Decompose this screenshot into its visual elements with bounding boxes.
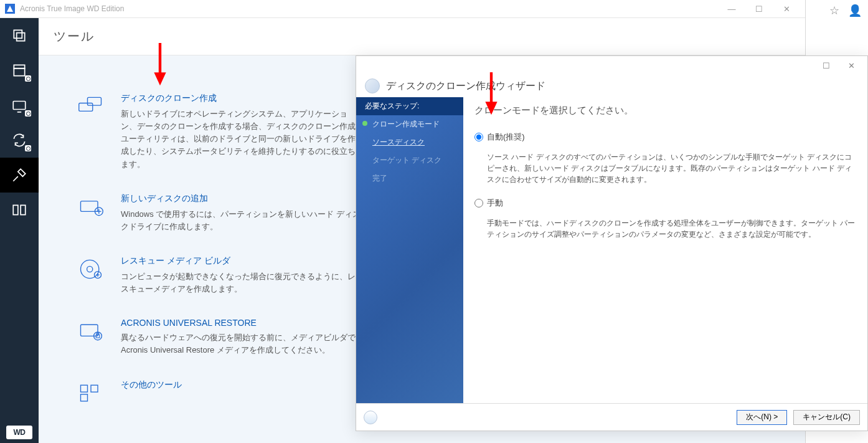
- maximize-button[interactable]: ☐: [745, 0, 773, 17]
- annotation-arrow-2: [482, 72, 501, 116]
- wizard-heading: クローンモードを選択してください。: [474, 103, 856, 117]
- nav-sync[interactable]: [0, 123, 39, 158]
- svg-rect-3: [14, 69, 24, 76]
- window-controls: — ☐ ✕: [718, 0, 800, 17]
- tool-universal-restore[interactable]: ACRONIS UNIVERSAL RESTORE 異なるハードウェアへの復元を…: [76, 318, 362, 356]
- annotation-arrow-1: [151, 43, 169, 87]
- nav-recovery[interactable]: [0, 88, 39, 123]
- app-title: Acronis True Image WD Edition: [20, 4, 718, 13]
- help-icon[interactable]: [364, 411, 377, 424]
- nav-archive[interactable]: [0, 53, 39, 88]
- cancel-button[interactable]: キャンセル(C): [793, 410, 860, 425]
- universal-restore-icon: [76, 318, 106, 345]
- wizard-title: ディスクのクローン作成ウィザード: [386, 80, 545, 93]
- clone-disk-icon: [76, 93, 106, 120]
- step-finish: 完了: [356, 169, 463, 188]
- wizard-footer: 次へ(N) > キャンセル(C): [356, 403, 867, 431]
- radio-manual[interactable]: [474, 199, 483, 207]
- step-target-disk: ターゲット ディスク: [356, 151, 463, 169]
- radio-manual-label: 手動: [487, 198, 503, 209]
- app-icon: [5, 4, 15, 14]
- radio-manual-desc: 手動モードでは、ハードディスクのクローンを作成する処理全体をユーザーが制御できま…: [487, 217, 856, 240]
- user-icon[interactable]: 👤: [848, 4, 862, 17]
- wd-logo: WD: [6, 426, 32, 439]
- svg-rect-14: [81, 325, 98, 336]
- svg-marker-21: [485, 102, 497, 115]
- radio-auto-desc: ソース ハード ディスクのすべてのパーティションは、いくつかのシンプルな手順でタ…: [487, 151, 856, 185]
- svg-rect-18: [91, 385, 98, 392]
- svg-rect-7: [79, 103, 93, 112]
- close-button[interactable]: ✕: [773, 0, 800, 17]
- radio-option-manual[interactable]: 手動: [474, 198, 856, 209]
- wizard-steps-header: 必要なステップ:: [356, 97, 463, 115]
- tool-aur-title: ACRONIS UNIVERSAL RESTORE: [121, 318, 362, 328]
- step-source-disk[interactable]: ソースディスク: [356, 133, 463, 151]
- wizard-steps-pane: 必要なステップ: クローン作成モード ソースディスク ターゲット ディスク 完了: [356, 97, 463, 403]
- svg-rect-4: [13, 102, 26, 110]
- svg-rect-17: [81, 385, 88, 392]
- wizard-maximize-button[interactable]: ☐: [814, 57, 839, 74]
- add-disk-icon: [76, 193, 106, 221]
- tool-add-disk-desc: Windows で使用するには、パーティションを新しいハード ディスクドライブに…: [121, 208, 362, 233]
- star-icon[interactable]: ☆: [829, 4, 839, 17]
- wizard-content-pane: クローンモードを選択してください。 自動(推奨) ソース ハード ディスクのすべ…: [463, 97, 867, 403]
- tool-clone-disk[interactable]: ディスクのクローン作成 新しいドライブにオペレーティングシステム、アプリケーショ…: [76, 93, 362, 171]
- other-tools-icon: [76, 379, 106, 407]
- svg-rect-0: [14, 30, 22, 38]
- tool-rescue-desc: コンピュータが起動できなくなった場合に復元できるように、レスキューメディアを作成…: [121, 270, 362, 295]
- tool-add-disk-title: 新しいディスクの追加: [121, 193, 362, 204]
- nav-rail: WD: [0, 18, 39, 443]
- nav-copy[interactable]: [0, 18, 39, 53]
- tool-other-title: その他のツール: [121, 379, 182, 391]
- step-clone-mode[interactable]: クローン作成モード: [356, 115, 463, 133]
- svg-rect-1: [17, 33, 25, 41]
- radio-auto[interactable]: [474, 133, 483, 141]
- next-button[interactable]: 次へ(N) >: [737, 410, 787, 425]
- svg-marker-6: [154, 72, 166, 85]
- tool-clone-title: ディスクのクローン作成: [121, 93, 362, 104]
- wizard-titlebar: ☐ ✕: [356, 56, 867, 75]
- rescue-media-icon: [76, 255, 106, 283]
- tool-add-disk[interactable]: 新しいディスクの追加 Windows で使用するには、パーティションを新しいハー…: [76, 193, 362, 233]
- nav-tools[interactable]: [0, 158, 39, 193]
- nav-docs[interactable]: [0, 193, 39, 227]
- wizard-icon: [365, 79, 380, 93]
- tool-clone-desc: 新しいドライブにオペレーティングシステム、アプリケーション、データのクローンを作…: [121, 108, 362, 171]
- svg-rect-8: [88, 97, 101, 105]
- tool-rescue-media[interactable]: レスキュー メディア ビルダ コンピュータが起動できなくなった場合に復元できるよ…: [76, 255, 362, 295]
- tool-other[interactable]: その他のツール: [76, 379, 362, 407]
- minimize-button[interactable]: —: [718, 0, 745, 17]
- browser-top-right-controls: ☆ 👤: [823, 0, 868, 21]
- radio-auto-label: 自動(推奨): [487, 131, 525, 143]
- titlebar: Acronis True Image WD Edition — ☐ ✕: [0, 0, 805, 18]
- tool-rescue-title: レスキュー メディア ビルダ: [121, 255, 362, 267]
- clone-wizard-dialog: ☐ ✕ ディスクのクローン作成ウィザード 必要なステップ: クローン作成モード …: [356, 55, 868, 431]
- radio-option-auto[interactable]: 自動(推奨): [474, 131, 856, 143]
- svg-point-11: [81, 260, 99, 278]
- tool-aur-desc: 異なるハードウェアへの復元を開始する前に、メディアビルダで Acronis Un…: [121, 331, 362, 356]
- wizard-body: 必要なステップ: クローン作成モード ソースディスク ターゲット ディスク 完了…: [356, 97, 867, 403]
- wizard-header: ディスクのクローン作成ウィザード: [356, 75, 867, 97]
- wizard-close-button[interactable]: ✕: [839, 57, 864, 74]
- svg-rect-19: [81, 394, 88, 401]
- svg-point-12: [87, 266, 93, 272]
